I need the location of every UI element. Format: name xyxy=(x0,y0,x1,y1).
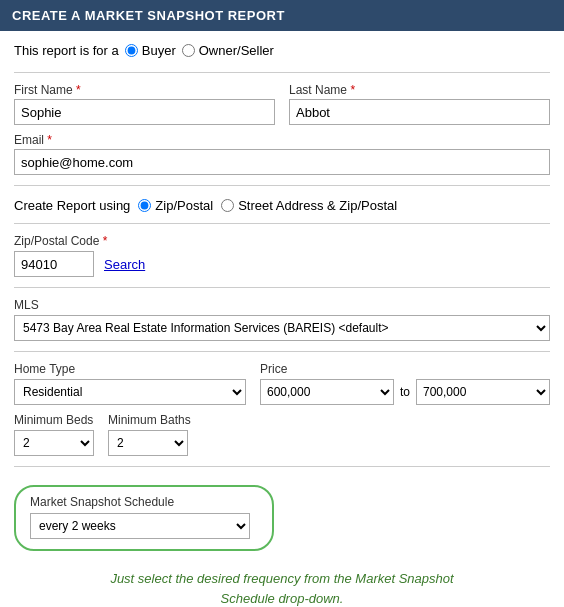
email-required: * xyxy=(47,133,52,147)
last-name-label: Last Name * xyxy=(289,83,550,97)
zip-row: Search xyxy=(14,251,550,277)
buyer-radio[interactable] xyxy=(125,44,138,57)
owner-seller-radio[interactable] xyxy=(182,44,195,57)
report-for-label: This report is for a xyxy=(14,43,119,58)
report-for-row: This report is for a Buyer Owner/Seller xyxy=(14,43,550,58)
beds-label: Minimum Beds xyxy=(14,413,94,427)
last-name-required: * xyxy=(350,83,355,97)
zip-code-input[interactable] xyxy=(14,251,94,277)
email-input[interactable] xyxy=(14,149,550,175)
zip-section: Zip/Postal Code * Search xyxy=(14,234,550,277)
last-name-group: Last Name * xyxy=(289,83,550,125)
create-report-row: Create Report using Zip/Postal Street Ad… xyxy=(14,198,550,213)
price-group: Price 600,000 500,000 700,000 to 700,000… xyxy=(260,362,550,405)
zip-radio-label[interactable]: Zip/Postal xyxy=(138,198,213,213)
mls-label: MLS xyxy=(14,298,550,312)
street-label-text: Street Address & Zip/Postal xyxy=(238,198,397,213)
home-price-row: Home Type Residential Condo Multi-Family… xyxy=(14,362,550,405)
page-title: CREATE A MARKET SNAPSHOT REPORT xyxy=(12,8,285,23)
snapshot-select[interactable]: every week every 2 weeks every month xyxy=(30,513,250,539)
mls-select[interactable]: 5473 Bay Area Real Estate Information Se… xyxy=(14,315,550,341)
price-label: Price xyxy=(260,362,550,376)
street-radio-label[interactable]: Street Address & Zip/Postal xyxy=(221,198,397,213)
email-label: Email * xyxy=(14,133,550,147)
street-radio[interactable] xyxy=(221,199,234,212)
buyer-radio-label[interactable]: Buyer xyxy=(125,43,176,58)
beds-group: Minimum Beds 1 2 3 4 5 xyxy=(14,413,94,456)
home-type-select[interactable]: Residential Condo Multi-Family Land xyxy=(14,379,246,405)
baths-group: Minimum Baths 1 2 3 4 xyxy=(108,413,191,456)
owner-seller-radio-label[interactable]: Owner/Seller xyxy=(182,43,274,58)
create-report-label: Create Report using xyxy=(14,198,130,213)
zip-radio[interactable] xyxy=(138,199,151,212)
search-link[interactable]: Search xyxy=(104,257,145,272)
home-type-label: Home Type xyxy=(14,362,246,376)
price-to-label: to xyxy=(400,385,410,399)
price-to-select[interactable]: 700,000 600,000 800,000 xyxy=(416,379,550,405)
buyer-label: Buyer xyxy=(142,43,176,58)
beds-baths-row: Minimum Beds 1 2 3 4 5 Minimum Baths 1 2… xyxy=(14,413,550,456)
first-name-required: * xyxy=(76,83,81,97)
baths-label: Minimum Baths xyxy=(108,413,191,427)
price-from-select[interactable]: 600,000 500,000 700,000 xyxy=(260,379,394,405)
first-name-group: First Name * xyxy=(14,83,275,125)
zip-label-text: Zip/Postal xyxy=(155,198,213,213)
owner-seller-label: Owner/Seller xyxy=(199,43,274,58)
page-header: CREATE A MARKET SNAPSHOT REPORT xyxy=(0,0,564,31)
email-group: Email * xyxy=(14,133,550,175)
first-name-label: First Name * xyxy=(14,83,275,97)
beds-select[interactable]: 1 2 3 4 5 xyxy=(14,430,94,456)
zip-required: * xyxy=(103,234,108,248)
last-name-input[interactable] xyxy=(289,99,550,125)
snapshot-label: Market Snapshot Schedule xyxy=(30,495,258,509)
price-inner: 600,000 500,000 700,000 to 700,000 600,0… xyxy=(260,379,550,405)
name-row: First Name * Last Name * xyxy=(14,83,550,125)
first-name-input[interactable] xyxy=(14,99,275,125)
hint-text: Just select the desired frequency from t… xyxy=(14,569,550,607)
zip-code-label: Zip/Postal Code * xyxy=(14,234,550,248)
mls-section: MLS 5473 Bay Area Real Estate Informatio… xyxy=(14,298,550,341)
baths-select[interactable]: 1 2 3 4 xyxy=(108,430,188,456)
snapshot-section: Market Snapshot Schedule every week ever… xyxy=(14,485,274,551)
home-type-group: Home Type Residential Condo Multi-Family… xyxy=(14,362,246,405)
